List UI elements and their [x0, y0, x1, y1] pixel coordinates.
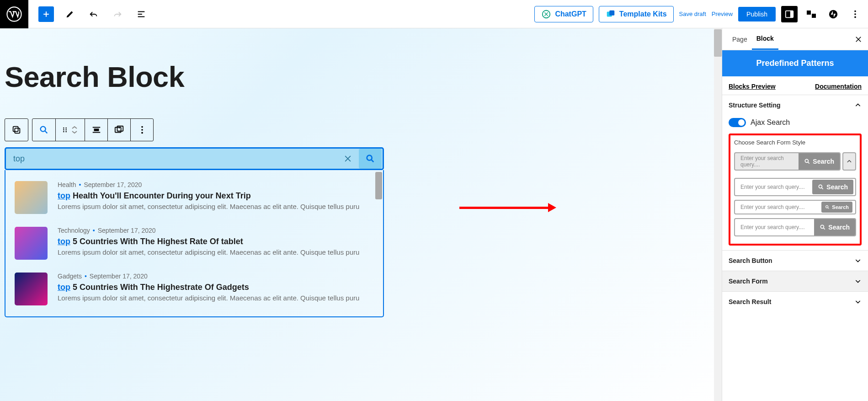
topbar-left-tools — [28, 6, 149, 22]
svg-point-16 — [65, 128, 67, 129]
svg-rect-12 — [13, 127, 18, 132]
svg-point-10 — [854, 13, 856, 15]
result-title: top Health You'll Encounter During your … — [58, 191, 359, 201]
page-title[interactable]: Search Block — [5, 60, 713, 93]
wordpress-logo[interactable] — [0, 0, 28, 28]
svg-point-11 — [854, 16, 856, 18]
chevron-up-icon — [71, 126, 78, 129]
chevron-down-icon — [854, 257, 862, 264]
svg-rect-7 — [812, 14, 816, 18]
canvas-scrollbar[interactable] — [714, 28, 722, 401]
svg-point-19 — [63, 131, 64, 133]
sidebar-links: Blocks Preview Documentation — [722, 80, 868, 95]
svg-point-31 — [826, 206, 828, 208]
documentation-link[interactable]: Documentation — [815, 83, 862, 90]
svg-point-28 — [367, 155, 372, 160]
result-item[interactable]: Technology•September 17, 2020 top 5 Coun… — [10, 220, 381, 266]
section-structure-setting[interactable]: Structure Setting — [722, 95, 868, 115]
section-search-button[interactable]: Search Button — [722, 250, 868, 271]
section-search-form[interactable]: Search Form — [722, 271, 868, 291]
ajax-search-toggle-row: Ajax Search — [729, 118, 862, 127]
block-options-button[interactable] — [130, 119, 153, 141]
form-style-option-3[interactable]: Enter your search query.... Search — [734, 200, 856, 214]
document-overview-button[interactable] — [133, 6, 149, 22]
section-search-result[interactable]: Search Result — [722, 291, 868, 312]
settings-sidebar-toggle[interactable] — [781, 6, 798, 22]
svg-point-25 — [141, 126, 143, 128]
jetpack-button[interactable] — [825, 6, 841, 22]
workspace: Search Block — [0, 28, 868, 401]
svg-rect-5 — [790, 11, 793, 17]
structure-setting-content: Ajax Search Choose Search Form Style Ent… — [722, 118, 868, 250]
block-toolbar — [5, 118, 154, 141]
undo-button[interactable] — [86, 6, 101, 22]
tab-block[interactable]: Block — [752, 28, 778, 50]
search-input[interactable] — [6, 154, 338, 164]
editor-topbar: ChatGPT Template Kits Save draft Preview… — [0, 0, 868, 28]
search-submit-button[interactable] — [359, 149, 382, 169]
form-style-option-2[interactable]: Enter your search query.... Search — [734, 178, 856, 196]
template-kits-label: Template Kits — [619, 10, 667, 18]
search-block: Health•September 17, 2020 top Health You… — [5, 147, 384, 317]
jetpack-icon — [828, 9, 838, 19]
svg-point-29 — [805, 159, 809, 162]
result-meta: Technology•September 17, 2020 — [58, 227, 359, 234]
publish-button[interactable]: Publish — [738, 7, 776, 21]
options-menu-button[interactable] — [847, 6, 863, 22]
result-title: top 5 Countries With The Highest Rate Of… — [58, 237, 359, 246]
style-search-btn: Search — [799, 153, 840, 170]
block-inserter-button[interactable] — [38, 6, 54, 22]
form-style-dropdown-toggle[interactable] — [842, 152, 856, 171]
search-icon — [820, 224, 826, 230]
pencil-icon — [65, 9, 75, 19]
block-type-button[interactable] — [32, 119, 55, 141]
template-kits-button[interactable]: Template Kits — [599, 6, 674, 22]
form-style-option-1[interactable]: Enter your search query.... Search — [734, 152, 841, 171]
svg-rect-23 — [117, 126, 123, 131]
predefined-patterns-button[interactable]: Predefined Patterns — [722, 50, 868, 76]
result-item[interactable]: Gadgets•September 17, 2020 top 5 Countri… — [10, 266, 381, 312]
edit-tool-button[interactable] — [62, 6, 78, 22]
block-align-button[interactable] — [85, 119, 107, 141]
plus-icon — [42, 10, 51, 19]
chatgpt-label: ChatGPT — [555, 10, 586, 18]
template-kits-icon — [606, 9, 616, 19]
style-search-btn: Search — [812, 180, 853, 194]
svg-point-15 — [63, 128, 64, 129]
result-meta: Gadgets•September 17, 2020 — [58, 273, 359, 280]
result-item[interactable]: Health•September 17, 2020 top Health You… — [10, 175, 381, 220]
svg-point-20 — [65, 131, 67, 133]
svg-rect-22 — [115, 128, 121, 133]
block-move-arrows[interactable] — [71, 124, 80, 136]
preview-link[interactable]: Preview — [712, 11, 733, 17]
save-draft-link[interactable]: Save draft — [679, 11, 706, 17]
sidebar-close-button[interactable] — [854, 35, 863, 43]
chatgpt-button[interactable]: ChatGPT — [534, 6, 593, 22]
svg-point-30 — [819, 185, 822, 188]
block-image-button[interactable] — [107, 119, 130, 141]
chatgpt-icon — [541, 9, 551, 19]
search-clear-button[interactable] — [338, 149, 358, 169]
block-move-handle[interactable] — [55, 119, 85, 141]
topbar-right-tools: ChatGPT Template Kits Save draft Preview… — [534, 6, 868, 22]
block-parent-selector[interactable] — [5, 119, 28, 141]
svg-point-32 — [821, 225, 824, 228]
svg-rect-3 — [609, 10, 614, 15]
result-desc: Lorems ipsum dolor sit amet, consectetur… — [58, 203, 359, 210]
tab-page[interactable]: Page — [728, 28, 752, 50]
search-results: Health•September 17, 2020 top Health You… — [5, 170, 384, 317]
image-stack-icon — [114, 125, 125, 135]
svg-point-8 — [829, 10, 837, 18]
settings-sidebar: Page Block Predefined Patterns Blocks Pr… — [722, 28, 868, 401]
styles-button[interactable] — [803, 6, 820, 22]
ajax-search-toggle[interactable] — [729, 118, 746, 127]
blocks-preview-link[interactable]: Blocks Preview — [729, 83, 776, 90]
result-desc: Lorems ipsum dolor sit amet, consectetur… — [58, 248, 359, 256]
svg-point-17 — [63, 129, 64, 131]
form-style-option-4[interactable]: Enter your search query.... Search — [734, 218, 856, 236]
redo-button[interactable] — [110, 6, 125, 22]
chevron-down-icon — [854, 278, 862, 285]
result-title: top 5 Countries With The Highestrate Of … — [58, 283, 359, 292]
copy-icon — [11, 125, 21, 135]
results-scrollbar[interactable] — [375, 172, 382, 315]
